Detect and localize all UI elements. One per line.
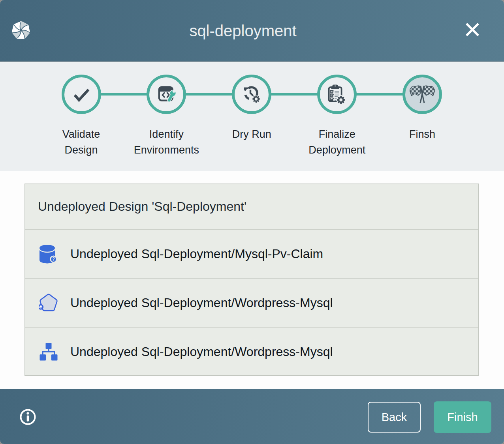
svg-text:?: ? [52,257,55,262]
